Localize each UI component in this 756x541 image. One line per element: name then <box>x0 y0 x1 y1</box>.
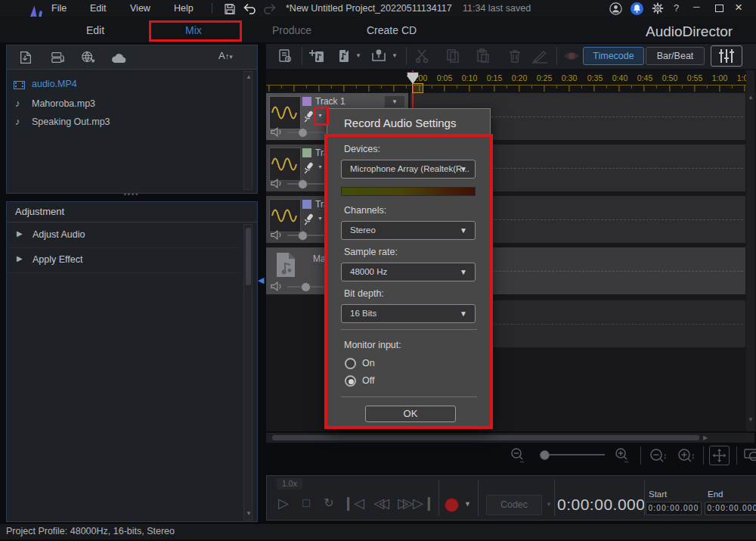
go-to-end-button[interactable]: ▷❙ <box>413 493 434 513</box>
speaker-icon[interactable] <box>270 281 284 292</box>
mic-source-dropdown[interactable]: ▼ <box>318 113 323 118</box>
maximize-button[interactable] <box>715 5 723 12</box>
volume-knob[interactable] <box>298 231 308 241</box>
adjust-audio-label: Adjust Audio <box>33 229 85 240</box>
tab-mix[interactable]: Mix <box>185 24 202 36</box>
speaker-icon[interactable] <box>270 178 284 189</box>
timeline-vscrollbar[interactable]: ▲ ▼ <box>746 70 754 431</box>
chevron-down-icon[interactable]: ▼ <box>392 52 398 59</box>
tab-edit[interactable]: Edit <box>86 24 104 36</box>
mixer-button[interactable] <box>711 45 742 67</box>
delete-button[interactable] <box>507 48 523 64</box>
mic-icon[interactable] <box>302 213 314 225</box>
save-button[interactable] <box>224 3 236 15</box>
file-row-audio-mp4[interactable]: audio.MP4 <box>14 79 237 92</box>
close-button[interactable]: × <box>735 0 742 15</box>
volume-knob[interactable] <box>298 128 308 138</box>
menu-file[interactable]: File <box>51 3 67 14</box>
project-settings-button[interactable] <box>277 48 293 64</box>
add-track-button[interactable] <box>308 47 327 65</box>
scroll-up-icon[interactable]: ▲ <box>246 74 252 80</box>
volume-knob[interactable] <box>301 282 311 292</box>
file-row-mahoroba[interactable]: ♪ Mahoroba.mp3 <box>14 98 237 111</box>
volume-knob[interactable] <box>298 179 308 189</box>
insert-clip-button[interactable] <box>335 47 353 65</box>
zoom-in-horizontal-button[interactable]: ↔ <box>612 446 632 465</box>
speaker-icon[interactable] <box>270 126 284 138</box>
keyframe-button[interactable] <box>562 48 581 64</box>
settings-gear-icon[interactable] <box>652 2 664 14</box>
cut-button[interactable] <box>414 48 431 64</box>
stop-button[interactable]: □ <box>297 493 315 513</box>
channels-dropdown[interactable]: Stereo ▼ <box>341 221 476 240</box>
tab-create-cd[interactable]: Create CD <box>367 24 417 36</box>
scrollbar-thumb[interactable] <box>272 435 699 440</box>
redo-button[interactable] <box>263 2 277 15</box>
panel-resize-handle[interactable]: •••• <box>113 192 150 198</box>
user-avatar-icon[interactable] <box>609 2 622 15</box>
zoom-region-button[interactable] <box>742 446 756 465</box>
record-button[interactable] <box>445 498 459 512</box>
fast-forward-button[interactable]: ▷▷ <box>390 493 416 513</box>
scrollbar-thumb[interactable] <box>246 228 251 285</box>
scroll-down-icon[interactable]: ▼ <box>748 417 754 423</box>
monitor-off-radio[interactable] <box>345 375 356 387</box>
timecode-toggle[interactable]: Timecode <box>583 47 644 65</box>
zoom-in-vertical-button[interactable]: ↕ <box>676 446 697 465</box>
go-to-start-button[interactable]: ❙◁ <box>342 493 364 513</box>
sort-dropdown[interactable]: A↑▾ <box>218 50 233 61</box>
collapse-panel-icon[interactable]: ◀ <box>258 275 264 285</box>
file-row-speaking-out[interactable]: ♪ Speaking Out.mp3 <box>14 116 237 129</box>
apply-effect-item[interactable]: ▶ Apply Effect <box>7 247 241 273</box>
mic-source-dropdown[interactable]: ▼ <box>318 216 323 221</box>
loop-button[interactable]: ↻ <box>320 493 338 513</box>
menu-edit[interactable]: Edit <box>90 3 107 14</box>
import-media-button[interactable] <box>18 50 33 65</box>
track-options-dropdown[interactable]: ▼ <box>385 96 404 107</box>
codec-dropdown[interactable]: Codec <box>486 495 542 515</box>
timeline-hscrollbar[interactable]: ▶ <box>266 433 754 443</box>
notifications-icon[interactable] <box>631 2 643 15</box>
mic-icon[interactable] <box>302 110 314 123</box>
bit-depth-dropdown[interactable]: 16 Bits ▼ <box>341 304 476 323</box>
draw-button[interactable] <box>531 48 549 64</box>
speaker-icon[interactable] <box>270 229 284 241</box>
ok-button[interactable]: OK <box>365 406 456 422</box>
rewind-button[interactable]: ◁◁ <box>366 493 392 513</box>
undo-button[interactable] <box>242 2 256 15</box>
adjustment-scrollbar[interactable]: ▼ <box>243 224 253 521</box>
record-options-dropdown[interactable]: ▼ <box>464 500 471 508</box>
minimize-button[interactable]: ─ <box>693 2 700 12</box>
zoom-slider-knob[interactable] <box>540 450 550 460</box>
codec-dropdown-arrow[interactable]: ▼ <box>546 501 552 508</box>
barbeat-toggle[interactable]: Bar/Beat <box>646 47 705 65</box>
zoom-out-horizontal-button[interactable]: ↔ <box>508 446 528 465</box>
tab-produce[interactable]: Produce <box>272 24 311 36</box>
zoom-out-vertical-button[interactable]: ↕ <box>648 446 669 465</box>
fit-timeline-button[interactable] <box>709 446 730 465</box>
scroll-down-icon[interactable]: ▼ <box>246 511 252 517</box>
help-icon[interactable]: ? <box>674 2 679 14</box>
cloud-button[interactable] <box>110 51 129 64</box>
svg-text:↔: ↔ <box>519 457 525 465</box>
sample-rate-dropdown[interactable]: 48000 Hz ▼ <box>341 263 476 281</box>
menu-help[interactable]: Help <box>174 3 194 14</box>
mic-source-dropdown[interactable]: ▼ <box>318 164 323 169</box>
marker-button[interactable] <box>370 47 388 65</box>
copy-button[interactable] <box>445 48 461 64</box>
end-field[interactable]: 0:00:00.000 <box>705 502 756 515</box>
chevron-down-icon[interactable]: ▼ <box>355 52 361 59</box>
mic-icon[interactable] <box>302 162 314 174</box>
monitor-on-radio[interactable] <box>345 358 356 369</box>
scroll-up-icon[interactable]: ▲ <box>748 95 754 101</box>
download-sound-clips-button[interactable] <box>80 50 97 65</box>
play-button[interactable]: ▷ <box>274 493 293 513</box>
start-field[interactable]: 0:00:00.000 <box>646 502 702 515</box>
import-folder-button[interactable] <box>50 50 67 65</box>
scroll-right-icon[interactable]: ▶ <box>703 434 708 441</box>
media-scrollbar[interactable]: ▲ <box>243 71 253 190</box>
adjust-audio-item[interactable]: ▶ Adjust Audio <box>7 222 241 248</box>
devices-dropdown[interactable]: Microphone Array (Realtek(R... ▼ <box>341 160 476 179</box>
paste-button[interactable] <box>475 48 491 64</box>
menu-view[interactable]: View <box>130 3 150 14</box>
